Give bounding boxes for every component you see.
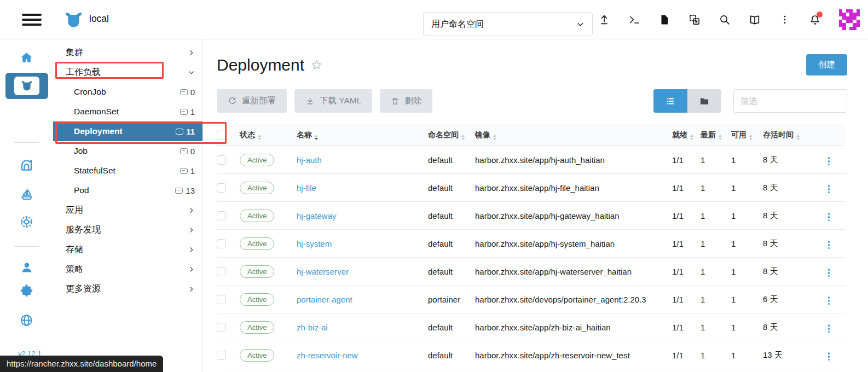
name-link[interactable]: hj-file [297,183,316,193]
row-actions-kebab-icon[interactable] [824,322,834,335]
extensions-puzzle-icon[interactable] [0,283,53,298]
image-cell: harbor.zhxx.site/app/hj-system_haitian [475,230,672,258]
filter-input[interactable] [733,89,847,113]
namespace-filter-select[interactable]: 用户命名空间 [423,12,593,36]
download-yaml-button[interactable]: 下载 YAML [294,89,372,113]
row-actions-kebab-icon[interactable] [824,350,834,363]
sidebar-item-clusters[interactable]: 集群 [53,43,202,62]
table-row[interactable]: Active portainer-agent portainer harbor.… [217,286,846,313]
namespace-cell: default [428,146,475,174]
table-row[interactable]: Active zh-reservoir-new default harbor.z… [217,341,846,369]
user-avatar[interactable] [839,9,860,30]
file-icon[interactable] [658,14,670,26]
row-checkbox[interactable] [217,239,226,248]
redeploy-button[interactable]: 重新部署 [217,89,287,113]
available-cell: 1 [731,341,763,369]
globe-icon[interactable] [0,313,53,328]
status-badge: Active [240,293,274,306]
cluster-explorer-icon[interactable] [5,73,48,99]
status-badge: Active [240,154,274,166]
table-row[interactable]: Active hj-gateway default harbor.zhxx.si… [217,202,846,230]
column-header-ready[interactable]: 就绪 [672,125,701,146]
row-checkbox[interactable] [217,183,226,193]
users-icon[interactable] [0,260,53,275]
status-badge: Active [240,349,274,362]
kebab-menu-icon[interactable] [779,14,791,26]
sort-icon [719,134,722,141]
table-row[interactable]: Active zh-biz-ai default harbor.zhxx.sit… [217,313,846,341]
chevron-right-icon [188,246,195,253]
cluster-name: local [89,13,109,25]
sidebar-item-policy[interactable]: 策略 [53,259,202,279]
column-header-available[interactable]: 可用 [731,125,763,146]
row-actions-kebab-icon[interactable] [824,238,834,252]
table-row[interactable]: Active hj-auth default harbor.zhxx.site/… [217,146,846,174]
column-header-image[interactable]: 镜像 [475,125,672,146]
notification-dot [817,11,823,18]
table-row[interactable]: Active hj-system default harbor.zhxx.sit… [217,230,846,258]
name-link[interactable]: portainer-agent [297,295,352,304]
chevron-down-icon [576,20,585,28]
notification-bell-icon[interactable] [809,14,821,26]
row-checkbox[interactable] [217,211,226,220]
column-header-namespace[interactable]: 命名空间 [428,125,475,146]
sidebar-item-more-resources[interactable]: 更多资源 [53,279,202,299]
sidebar-item-apps[interactable]: 应用 [53,200,202,220]
fleet-sailboat-icon[interactable] [0,187,53,202]
row-actions-kebab-icon[interactable] [824,154,834,168]
chevron-down-icon [188,69,195,76]
row-checkbox[interactable] [217,295,226,304]
upload-icon[interactable] [598,14,610,26]
column-header-name[interactable]: 名称 [297,125,428,146]
favorite-star-icon[interactable] [311,59,322,71]
sidebar-item-deployment[interactable]: Deployment 11 [53,121,202,141]
sidebar-item-service-discovery[interactable]: 服务发现 [53,220,202,240]
hamburger-icon[interactable] [22,14,42,26]
folder-view-button[interactable] [687,89,721,113]
row-checkbox[interactable] [217,351,226,360]
search-icon[interactable] [719,14,731,26]
select-all-checkbox[interactable] [217,131,226,140]
create-button[interactable]: 创建 [806,54,847,75]
name-link[interactable]: zh-reservoir-new [297,351,358,360]
name-link[interactable]: hj-gateway [297,211,337,220]
name-link[interactable]: hj-auth [297,155,322,165]
row-actions-kebab-icon[interactable] [824,266,834,280]
rancher-logo-icon[interactable] [63,10,84,32]
docs-book-icon[interactable] [749,14,761,26]
delete-button[interactable]: 删除 [380,89,432,113]
list-view-button[interactable] [653,89,687,113]
sidebar-item-pod[interactable]: Pod 13 [53,181,202,200]
name-link[interactable]: hj-waterserver [297,267,349,276]
row-actions-kebab-icon[interactable] [824,294,834,307]
namespace-cell: default [428,258,475,286]
sidebar-item-cronjob[interactable]: CronJob 0 [53,82,202,102]
wheel-icon[interactable] [0,214,53,229]
sidebar-item-job[interactable]: Job 0 [53,141,202,161]
sidebar-item-storage[interactable]: 存储 [53,240,202,259]
ready-cell: 1/1 [672,341,701,369]
column-header-up-to-date[interactable]: 最新 [701,125,731,146]
home-icon[interactable] [0,51,53,65]
name-link[interactable]: hj-system [297,239,332,248]
sidebar-item-workloads[interactable]: 工作负载 [53,62,202,82]
up-to-date-cell: 1 [701,230,731,258]
kubectl-shell-icon[interactable] [628,14,640,26]
sort-icon [749,134,753,141]
row-checkbox[interactable] [217,155,226,165]
table-row[interactable]: Active hj-waterserver default harbor.zhx… [217,258,846,286]
apps-icon[interactable] [0,158,53,172]
sidebar-item-daemonset[interactable]: DaemonSet 1 [53,102,202,121]
row-actions-kebab-icon[interactable] [824,210,834,224]
row-actions-kebab-icon[interactable] [824,182,834,196]
row-checkbox[interactable] [217,323,226,332]
row-checkbox[interactable] [217,267,226,276]
import-yaml-icon[interactable] [688,14,701,26]
chevron-right-icon [188,266,195,273]
column-header-age[interactable]: 存活时间 [763,125,824,146]
name-link[interactable]: zh-biz-ai [297,323,328,332]
column-header-state[interactable]: 状态 [240,125,297,146]
table-row[interactable]: Active hj-file default harbor.zhxx.site/… [217,174,846,202]
sidebar-item-statefulset[interactable]: StatefulSet 1 [53,161,202,181]
count-badge-icon [175,188,183,194]
